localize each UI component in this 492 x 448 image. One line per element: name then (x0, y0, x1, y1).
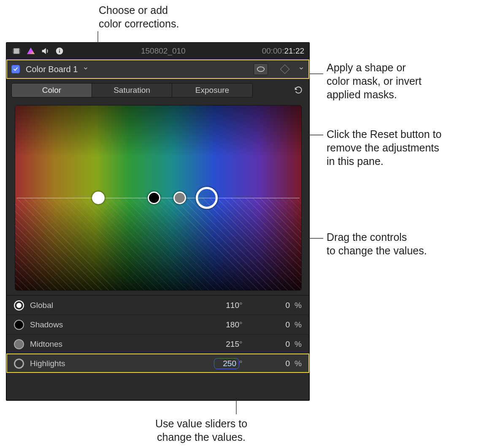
row-shadows: Shadows 180 ° 0 % (6, 315, 309, 334)
info-inspector-icon[interactable] (54, 46, 65, 56)
effect-name: Color Board 1 (26, 65, 78, 74)
video-inspector-icon[interactable] (11, 46, 22, 56)
svg-point-13 (257, 67, 265, 72)
mask-button[interactable] (254, 63, 268, 75)
color-correction-picker[interactable]: Color Board 1 (6, 59, 309, 79)
callout-mask: Apply a shape or color mask, or invert a… (327, 61, 487, 101)
row-highlights-label: Highlights (30, 359, 114, 368)
degree-symbol: ° (239, 340, 248, 349)
row-midtones-icon (14, 339, 24, 349)
puck-global[interactable] (92, 192, 105, 204)
timecode-grey: 00:00: (262, 46, 284, 55)
row-midtones: Midtones 215 ° 0 % (6, 334, 309, 354)
tab-saturation[interactable]: Saturation (92, 84, 172, 97)
shadows-hue-value[interactable]: 180 (211, 320, 239, 329)
svg-marker-9 (27, 47, 35, 54)
row-highlights-icon (14, 359, 24, 369)
puck-highlights[interactable] (196, 187, 218, 209)
svg-rect-12 (59, 49, 60, 50)
tab-exposure[interactable]: Exposure (172, 84, 252, 97)
degree-symbol: ° (239, 301, 248, 310)
color-inspector-icon[interactable] (26, 46, 36, 56)
clip-name: 150802_010 (141, 46, 186, 56)
inspector-toolbar: 150802_010 00:00:21:22 (6, 43, 309, 59)
callout-sliders: Use value sliders to change the values. (117, 417, 286, 444)
reset-button[interactable] (292, 84, 304, 96)
percent-symbol: % (290, 301, 302, 310)
color-board-lower-hatch (15, 198, 301, 290)
color-board-tabs: Color Saturation Exposure (6, 79, 309, 102)
value-rows: Global 110 ° 0 % Shadows 180 ° 0 % Midto… (6, 295, 309, 373)
percent-symbol: % (290, 340, 302, 349)
shadows-pct-value[interactable]: 0 (256, 320, 290, 329)
timecode: 00:00:21:22 (262, 46, 304, 56)
svg-point-5 (13, 52, 14, 53)
row-global-icon (14, 300, 24, 310)
svg-rect-11 (59, 50, 60, 53)
row-midtones-label: Midtones (30, 340, 114, 349)
tab-color[interactable]: Color (12, 84, 92, 97)
keyframe-diamond-icon[interactable] (280, 65, 290, 74)
global-hue-value[interactable]: 110 (211, 301, 239, 310)
degree-symbol: ° (239, 359, 248, 368)
highlights-hue-value[interactable]: 250 (214, 358, 239, 369)
puck-shadows[interactable] (148, 192, 160, 204)
svg-point-4 (13, 51, 14, 51)
chevron-down-icon[interactable] (298, 65, 304, 73)
row-shadows-icon (14, 320, 24, 330)
callout-choose-corrections: Choose or add color corrections. (99, 3, 259, 30)
timecode-active: 21:22 (284, 46, 304, 55)
callout-reset: Click the Reset button to remove the adj… (327, 127, 487, 168)
chevron-down-icon[interactable] (83, 65, 89, 73)
svg-point-7 (19, 51, 20, 51)
puck-midtones[interactable] (173, 192, 186, 204)
row-global: Global 110 ° 0 % (6, 295, 309, 315)
callout-drag: Drag the controls to change the values. (327, 230, 487, 257)
midtones-hue-value[interactable]: 215 (211, 340, 239, 349)
global-pct-value[interactable]: 0 (256, 301, 290, 310)
midtones-pct-value[interactable]: 0 (256, 340, 290, 349)
degree-symbol: ° (239, 320, 248, 329)
row-global-label: Global (30, 301, 114, 310)
audio-inspector-icon[interactable] (40, 46, 50, 56)
row-shadows-label: Shadows (30, 320, 114, 329)
percent-symbol: % (290, 359, 302, 368)
effect-enable-checkbox[interactable] (11, 65, 20, 73)
color-inspector-panel: 150802_010 00:00:21:22 Color Board 1 (6, 42, 310, 401)
percent-symbol: % (290, 320, 302, 329)
svg-point-6 (19, 49, 20, 50)
color-board-area[interactable] (15, 105, 302, 291)
row-highlights: Highlights 250 ° 0 % (6, 354, 309, 373)
svg-point-3 (13, 49, 14, 50)
svg-point-8 (19, 52, 20, 53)
highlights-pct-value[interactable]: 0 (256, 359, 290, 368)
